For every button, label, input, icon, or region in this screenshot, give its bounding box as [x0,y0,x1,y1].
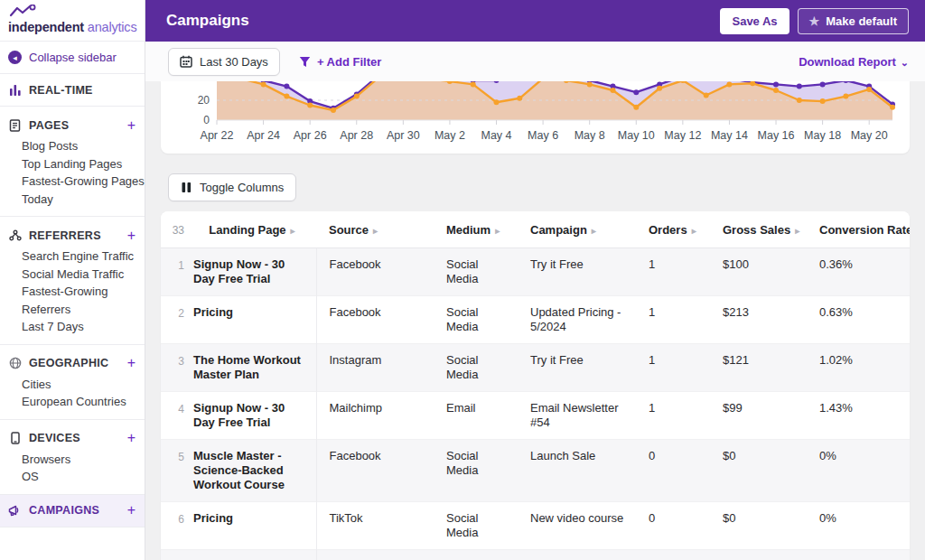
sidebar-item-pages[interactable]: PAGES+ [0,117,145,134]
views-point[interactable] [284,84,289,89]
source-cell: TikTok [316,550,434,560]
sidebar-subitem[interactable]: Search Engine Traffic [22,247,145,266]
sidebar-subitem[interactable]: Today [22,191,145,209]
landing-page-cell[interactable]: The Home Workout Master Plan [193,344,316,392]
sidebar-item-realtime[interactable]: REAL-TIME [0,74,145,107]
download-report-button[interactable]: Download Report ⌄ [799,55,909,69]
x-tick-label: May 14 [711,129,748,142]
toggle-columns-button[interactable]: Toggle Columns [168,173,296,201]
visitors-point[interactable] [866,87,872,92]
sidebar-subitem[interactable]: Browsers [22,451,145,469]
sidebar-subitem[interactable]: Fastest-Growing Referrers [22,283,145,318]
visitors-point[interactable] [587,81,593,87]
column-header-gross-sales[interactable]: Gross Sales▸ [710,211,807,248]
visitors-point[interactable] [704,93,709,98]
campaigns-icon [8,504,22,518]
visitors-point[interactable] [611,88,616,93]
sidebar-subitem[interactable]: Top Landing Pages [22,155,145,173]
add-geographic-report-button[interactable]: + [127,358,135,369]
add-filter-button[interactable]: + Add Filter [299,55,381,69]
page-title: Campaigns [166,12,720,30]
landing-page-cell[interactable]: Signup Now - 30 Day Free Trial [193,550,316,560]
sort-icon: ▸ [692,226,696,236]
table-row: 1Signup Now - 30 Day Free TrialFacebookS… [161,248,910,296]
column-header-orders[interactable]: Orders▸ [636,211,710,248]
sidebar-item-geographic[interactable]: GEOGRAPHIC+ [0,355,145,372]
row-number: 7 [161,550,193,560]
report-toolbar: Last 30 Days + Add Filter Download Repor… [145,42,925,81]
visitors-point[interactable] [331,107,336,113]
visitors-point[interactable] [726,81,732,87]
campaign-cell: Email Newsletter #54 [518,392,636,440]
visitors-point[interactable] [657,86,662,91]
sort-icon: ▸ [291,226,295,236]
visitors-point[interactable] [820,98,826,104]
views-point[interactable] [820,81,826,87]
visitors-point[interactable] [261,81,266,87]
views-point[interactable] [633,89,639,95]
visitors-point[interactable] [307,103,313,108]
add-referrers-report-button[interactable]: + [127,230,135,241]
column-header-source[interactable]: Source▸ [316,211,434,248]
visitors-point[interactable] [773,88,779,93]
views-point[interactable] [797,84,802,89]
sidebar-subitem[interactable]: Fastest-Growing Pages [22,173,145,191]
visitors-point[interactable] [354,94,360,99]
column-header-campaign[interactable]: Campaign▸ [518,211,636,248]
add-devices-report-button[interactable]: + [127,433,135,443]
save-as-button[interactable]: Save As [720,8,789,34]
y-tick-label: 20 [198,94,210,107]
landing-page-cell[interactable]: Signup Now - 30 Day Free Trial [193,248,316,296]
date-range-button[interactable]: Last 30 Days [168,48,280,76]
sidebar-item-referrers[interactable]: REFERRERS+ [0,227,145,244]
x-tick-label: Apr 30 [387,129,420,142]
column-header-landing-page[interactable]: Landing Page▸ [193,211,316,248]
add-pages-report-button[interactable]: + [127,120,135,131]
visitors-point[interactable] [517,96,522,101]
row-number: 6 [161,502,193,550]
visitors-point[interactable] [797,98,802,103]
landing-page-cell[interactable]: Signup Now - 30 Day Free Trial [193,392,316,440]
funnel-icon [299,56,311,68]
column-header-conversion-rate[interactable]: Conversion Rate▸ [807,211,910,248]
sidebar-subitem[interactable]: OS [22,468,145,486]
sidebar-subitem[interactable]: European Countries [22,393,145,411]
orders-cell: 1 [636,550,710,560]
visitors-point[interactable] [284,94,289,99]
add-campaigns-report-button[interactable]: + [127,505,135,516]
landing-page-cell[interactable]: Pricing [193,296,316,344]
table-row: 2PricingFacebookSocial MediaUpdated Pric… [161,296,910,344]
row-number: 5 [161,440,193,502]
sidebar-subitem[interactable]: Social Media Traffic [22,266,145,284]
landing-page-cell[interactable]: Muscle Master - Science-Backed Workout C… [193,440,316,502]
row-number: 1 [161,248,193,296]
section-label: PAGES [29,119,120,132]
visitors-point[interactable] [633,105,639,110]
visitors-point[interactable] [890,105,895,110]
visitors-point[interactable] [494,99,500,105]
visitors-point[interactable] [843,94,848,99]
collapse-sidebar-button[interactable]: ◂ Collapse sidebar [0,42,145,74]
sidebar-item-devices[interactable]: DEVICES+ [0,430,145,447]
date-range-label: Last 30 Days [200,55,268,69]
medium-cell: Social Media [434,248,518,296]
section-label: REFERRERS [29,229,120,242]
sidebar-item-campaigns[interactable]: CAMPAIGNS+ [0,495,145,527]
chevron-down-icon: ⌄ [901,57,909,69]
orders-cell: 1 [636,392,710,440]
sidebar-subitem[interactable]: Last 7 Days [22,318,145,336]
visitors-point[interactable] [471,81,476,87]
gross-sales-cell: $0 [710,502,807,550]
row-number: 2 [161,296,193,344]
make-default-button[interactable]: ★ Make default [798,8,909,34]
sidebar-subitem[interactable]: Blog Posts [22,137,145,155]
medium-cell: Social Media [434,550,518,560]
gross-sales-cell: $97 [710,550,807,560]
sidebar-subitem[interactable]: Cities [22,376,145,394]
medium-cell: Social Media [434,344,518,392]
area-chart[interactable]: 200Apr 22Apr 24Apr 26Apr 28Apr 30May 2Ma… [161,81,910,154]
landing-page-cell[interactable]: Pricing [193,502,316,550]
conversion-rate-cell: 0% [807,502,910,550]
column-header-medium[interactable]: Medium▸ [434,211,518,248]
views-point[interactable] [773,81,779,87]
